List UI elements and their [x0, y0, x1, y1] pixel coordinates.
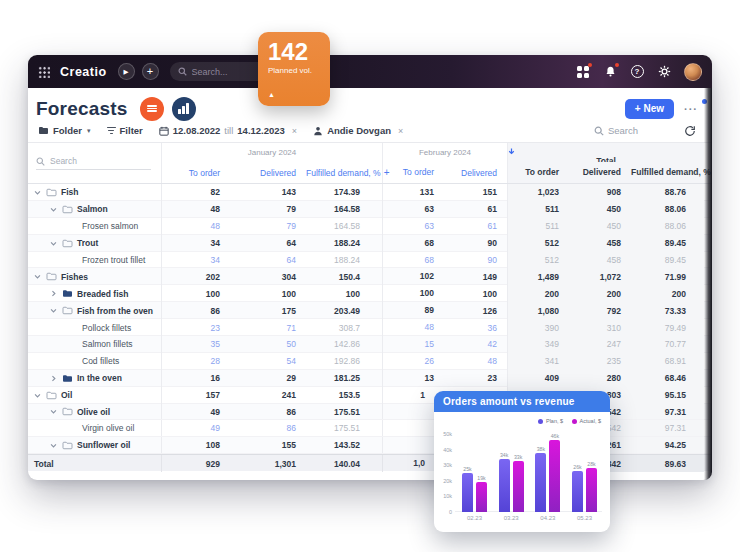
cell-feb-delivered[interactable]: 90 [444, 255, 507, 265]
chart-bar[interactable] [549, 440, 560, 512]
cell-total-to-order[interactable]: 512 [507, 252, 569, 269]
cell-total-fulfilled[interactable]: 94.25 [631, 437, 704, 453]
cell-feb-delivered[interactable]: 149 [444, 272, 507, 282]
cell-jan-to-order[interactable]: 28 [162, 356, 230, 366]
cell-feb-to-order[interactable]: 15 [382, 336, 444, 353]
table-row[interactable]: Pollock fillets 23 71 308.7 48 36 390 31… [28, 319, 712, 336]
cell-jan-fulfilled[interactable]: 192.86 [306, 356, 382, 366]
cell-total-fulfilled[interactable]: 88.76 [631, 184, 704, 201]
cell-total-fulfilled[interactable]: 97.31 [631, 404, 704, 420]
cell-jan-delivered[interactable]: 64 [230, 238, 306, 248]
chevron-icon[interactable] [50, 307, 58, 314]
cell-total-fulfilled[interactable]: 71.99 [631, 268, 704, 285]
new-button[interactable]: + New [625, 99, 674, 119]
cell-feb-to-order[interactable]: 131 [382, 184, 444, 201]
cell-feb-to-order[interactable]: 68 [382, 235, 444, 252]
cell-jan-fulfilled[interactable]: 150.4 [306, 272, 382, 282]
cell-feb-to-order[interactable]: 13 [382, 370, 444, 387]
cell-feb-to-order[interactable]: 68 [382, 252, 444, 269]
cell-total-to-order[interactable]: 200 [507, 285, 569, 302]
list-view-button[interactable] [140, 97, 164, 121]
cell-total-to-order[interactable]: 341 [507, 353, 569, 370]
cell-total-fulfilled[interactable]: 68.46 [631, 370, 704, 387]
cell-jan-to-order[interactable]: 48 [162, 221, 230, 231]
cell-jan-to-order[interactable]: 48 [162, 204, 230, 214]
app-launcher-icon[interactable] [38, 66, 50, 78]
col-header-total-fulfilled[interactable]: Fulfilled demand, % [631, 162, 704, 183]
cell-jan-fulfilled[interactable]: 100 [306, 289, 382, 299]
row-name-cell[interactable]: Sunflower oil [28, 437, 162, 453]
cell-total-delivered[interactable]: 235 [569, 353, 631, 370]
cell-jan-to-order[interactable]: 100 [162, 289, 230, 299]
remove-owner-filter-icon[interactable]: × [398, 126, 403, 136]
cell-total-fulfilled[interactable]: 79.49 [631, 319, 704, 336]
cell-total-fulfilled[interactable]: 70.77 [631, 336, 704, 353]
cell-jan-delivered[interactable]: 304 [230, 272, 306, 282]
table-row[interactable]: Salmon fillets 35 50 142.86 15 42 349 24… [28, 336, 712, 353]
cell-jan-fulfilled[interactable]: 153.5 [306, 390, 382, 400]
cell-total-delivered[interactable]: 450 [569, 201, 631, 218]
cell-total-fulfilled[interactable]: 200 [631, 285, 704, 302]
col-header-jan-delivered[interactable]: Delivered [230, 168, 306, 178]
cell-total-delivered[interactable]: 310 [569, 319, 631, 336]
chevron-icon[interactable] [50, 442, 58, 449]
cell-total-fulfilled[interactable]: 68.91 [631, 353, 704, 370]
table-row[interactable]: In the oven 16 29 181.25 13 23 409 280 6… [28, 370, 712, 387]
chevron-icon[interactable] [50, 240, 58, 247]
cell-jan-delivered[interactable]: 54 [230, 356, 306, 366]
cell-jan-delivered[interactable]: 64 [230, 255, 306, 265]
chevron-icon[interactable] [34, 189, 42, 196]
chart-view-button[interactable] [172, 97, 196, 121]
col-header-feb-to-order[interactable]: To order [382, 162, 444, 183]
cell-jan-to-order[interactable]: 16 [162, 373, 230, 383]
row-name-cell[interactable]: Frozen trout fillet [28, 252, 162, 269]
chevron-icon[interactable] [50, 206, 58, 213]
row-name-cell[interactable]: Breaded fish [28, 285, 162, 302]
row-name-cell[interactable]: Pollock fillets [28, 319, 162, 336]
cell-jan-fulfilled[interactable]: 188.24 [306, 255, 382, 265]
cell-total-fulfilled[interactable]: 95.15 [631, 387, 704, 404]
row-name-cell[interactable]: Olive oil [28, 404, 162, 420]
table-row[interactable]: Frozen trout fillet 34 64 188.24 68 90 5… [28, 252, 712, 269]
cell-total-to-order[interactable]: 349 [507, 336, 569, 353]
cell-feb-delivered[interactable]: 61 [444, 204, 507, 214]
cell-jan-fulfilled[interactable]: 175.51 [306, 423, 382, 433]
user-avatar[interactable] [684, 63, 702, 81]
table-row[interactable]: Fishes 202 304 150.4 102 149 1,489 1,072… [28, 268, 712, 285]
cell-total-fulfilled[interactable]: 88.06 [631, 218, 704, 235]
table-row[interactable]: Salmon 48 79 164.58 63 61 511 450 88.06 [28, 201, 712, 218]
chevron-icon[interactable] [50, 290, 58, 297]
chart-popup[interactable]: Orders amount vs revenue Plan, $ Actual,… [434, 391, 610, 532]
planned-volume-callout[interactable]: 142 Planned vol. ▲ [258, 32, 330, 106]
cell-total-to-order[interactable]: 1,489 [507, 268, 569, 285]
cell-total-fulfilled[interactable]: 97.31 [631, 420, 704, 436]
table-row[interactable]: Fish 82 143 174.39 131 151 1,023 908 88.… [28, 184, 712, 201]
cell-total-delivered[interactable]: 1,072 [569, 268, 631, 285]
chart-bar[interactable] [572, 471, 583, 512]
cell-jan-delivered[interactable]: 71 [230, 323, 306, 333]
cell-feb-delivered[interactable]: 23 [444, 373, 507, 383]
chart-bar[interactable] [586, 468, 597, 512]
cell-feb-delivered[interactable]: 61 [444, 221, 507, 231]
row-name-cell[interactable]: Fishes [28, 268, 162, 285]
date-range-filter[interactable]: 12.08.2022 till 14.12.2023 × [159, 125, 297, 136]
chart-bar[interactable] [462, 473, 473, 512]
remove-date-filter-icon[interactable]: × [292, 126, 297, 136]
cell-jan-to-order[interactable]: 202 [162, 272, 230, 282]
cell-feb-delivered[interactable]: 48 [444, 356, 507, 366]
cell-jan-to-order[interactable]: 49 [162, 423, 230, 433]
cell-jan-delivered[interactable]: 241 [230, 390, 306, 400]
cell-feb-delivered[interactable]: 90 [444, 238, 507, 248]
chevron-icon[interactable] [34, 273, 42, 280]
cell-jan-fulfilled[interactable]: 308.7 [306, 323, 382, 333]
filter-button[interactable]: Filter [107, 125, 143, 136]
cell-total-to-order[interactable]: 1,080 [507, 302, 569, 319]
chevron-icon[interactable] [50, 408, 58, 415]
play-button[interactable]: ▶ [118, 63, 135, 80]
toolbar-search-label[interactable]: Search [608, 125, 638, 136]
cell-jan-fulfilled[interactable]: 188.24 [306, 238, 382, 248]
cell-jan-fulfilled[interactable]: 142.86 [306, 339, 382, 349]
cell-total-to-order[interactable]: 390 [507, 319, 569, 336]
row-name-cell[interactable]: Frosen salmon [28, 218, 162, 235]
table-row[interactable]: Fish from the oven 86 175 203.49 89 126 … [28, 302, 712, 319]
